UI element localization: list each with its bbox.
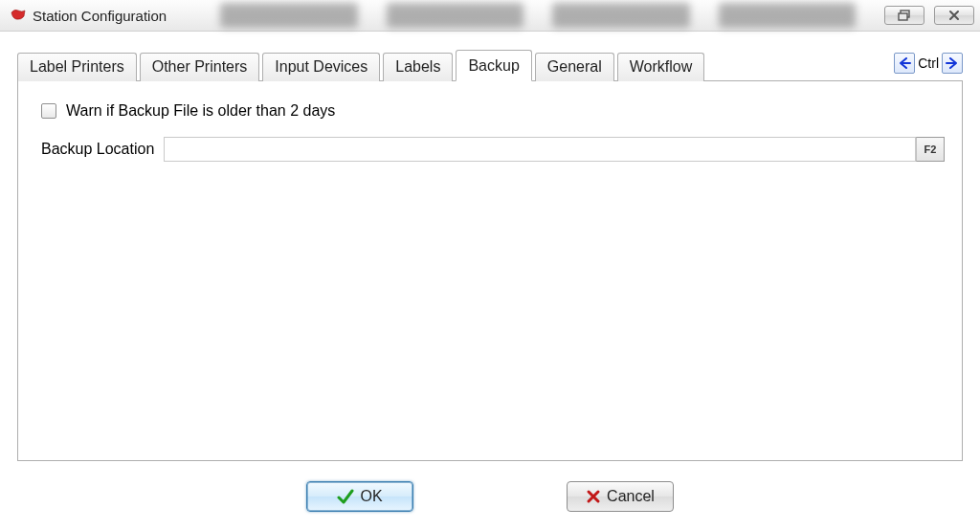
warn-backup-label: Warn if Backup File is older than 2 days xyxy=(66,102,335,120)
app-icon xyxy=(10,9,27,22)
warn-backup-row: Warn if Backup File is older than 2 days xyxy=(41,102,945,120)
cross-icon xyxy=(586,489,601,504)
tab-label: Label Printers xyxy=(30,58,124,76)
tab-label: Labels xyxy=(395,58,440,76)
check-icon xyxy=(337,489,354,504)
warn-backup-checkbox[interactable] xyxy=(41,103,56,119)
cancel-button[interactable]: Cancel xyxy=(567,481,674,512)
tab-label: Input Devices xyxy=(275,58,368,76)
backup-location-label: Backup Location xyxy=(41,141,154,158)
tab-workflow[interactable]: Workflow xyxy=(617,53,705,81)
ok-button[interactable]: OK xyxy=(306,481,413,512)
window-controls xyxy=(884,6,974,25)
backup-location-browse-button[interactable]: F2 xyxy=(916,137,945,162)
tab-general[interactable]: General xyxy=(535,53,614,81)
svg-rect-1 xyxy=(899,13,907,20)
client-area: Label Printers Other Printers Input Devi… xyxy=(0,32,980,530)
arrow-left-icon xyxy=(898,57,911,69)
arrow-right-icon xyxy=(946,57,959,69)
tab-nav-controls: Ctrl xyxy=(894,53,963,74)
tab-label: Other Printers xyxy=(152,58,248,76)
tab-next-button[interactable] xyxy=(942,53,963,74)
dialog-footer: OK Cancel xyxy=(17,461,963,519)
tab-other-printers[interactable]: Other Printers xyxy=(140,53,260,81)
backup-location-field-wrap: F2 xyxy=(164,137,945,162)
f2-label: F2 xyxy=(924,144,937,155)
backup-location-input[interactable] xyxy=(164,137,916,162)
ok-label: OK xyxy=(360,488,382,505)
tab-backup[interactable]: Backup xyxy=(456,50,531,81)
tab-panel-backup: Warn if Backup File is older than 2 days… xyxy=(17,80,963,461)
window-title: Station Configuration xyxy=(33,8,167,24)
tab-prev-button[interactable] xyxy=(894,53,915,74)
close-button[interactable] xyxy=(934,6,974,25)
tab-input-devices[interactable]: Input Devices xyxy=(262,53,380,81)
backup-location-row: Backup Location F2 xyxy=(41,137,945,162)
background-decor xyxy=(220,3,856,28)
tab-label: Backup xyxy=(468,57,519,75)
cancel-label: Cancel xyxy=(607,488,655,505)
titlebar: Station Configuration xyxy=(0,0,980,32)
ctrl-label: Ctrl xyxy=(918,55,939,71)
tab-label: Workflow xyxy=(630,58,693,76)
tabstrip-wrapper: Label Printers Other Printers Input Devi… xyxy=(17,49,963,80)
tab-label: General xyxy=(547,58,602,76)
tabstrip: Label Printers Other Printers Input Devi… xyxy=(17,49,963,80)
tab-labels[interactable]: Labels xyxy=(383,53,453,81)
restore-button[interactable] xyxy=(884,6,924,25)
tab-label-printers[interactable]: Label Printers xyxy=(17,53,137,81)
